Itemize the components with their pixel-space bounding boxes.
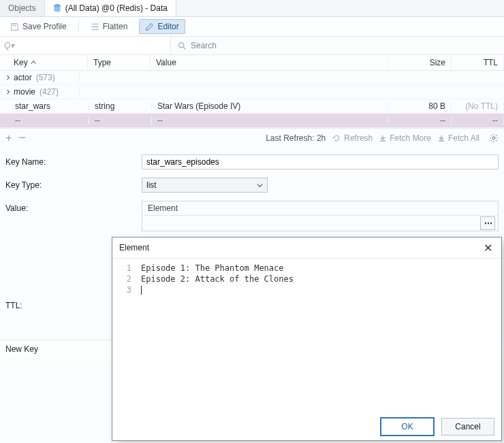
- tab-objects[interactable]: Objects: [0, 0, 45, 16]
- download-all-icon: [438, 135, 445, 142]
- refresh-icon: [332, 134, 341, 142]
- dialog-title-bar: Element ✕: [112, 237, 501, 258]
- column-value[interactable]: Value: [151, 55, 389, 70]
- refresh-button[interactable]: Refresh: [332, 133, 373, 143]
- row-type: --: [95, 116, 100, 125]
- grid-body: actor (573) movie (427) star_wars string…: [0, 71, 504, 128]
- search-icon: [178, 42, 187, 50]
- editor-label: Editor: [157, 22, 178, 31]
- search-bar: Search: [0, 37, 504, 55]
- new-key-button[interactable]: New Key: [5, 344, 38, 354]
- row-key: --: [15, 116, 20, 125]
- chevron-down-icon: [257, 182, 263, 188]
- add-row-button[interactable]: +: [5, 134, 12, 142]
- dialog-footer: OK Cancel: [112, 413, 501, 440]
- ok-button[interactable]: OK: [380, 417, 435, 436]
- row-value: --: [157, 116, 163, 125]
- element-editor-dialog: Element ✕ 1 2 3 Episode 1: The Phantom M…: [112, 237, 502, 441]
- editor-button[interactable]: Editor: [139, 19, 185, 34]
- key-type-label: Key Type:: [5, 178, 142, 190]
- row-ttl: --: [492, 116, 498, 125]
- row-type: string: [95, 101, 114, 111]
- fetch-all-button[interactable]: Fetch All: [438, 133, 479, 143]
- search-button[interactable]: Search: [171, 41, 223, 50]
- save-icon: [10, 22, 19, 31]
- flatten-button[interactable]: Flatten: [84, 19, 134, 34]
- row-key: movie: [14, 87, 35, 97]
- tab-data[interactable]: (All Data) @0 (Redis) - Data: [45, 0, 176, 16]
- sort-asc-icon: [31, 60, 36, 65]
- row-ttl: (No TTL): [465, 101, 498, 111]
- pencil-icon: [145, 22, 154, 31]
- column-size[interactable]: Size: [389, 55, 452, 70]
- last-refresh-label: Last Refresh: 2h: [266, 133, 326, 143]
- column-ttl[interactable]: TTL: [452, 55, 504, 70]
- close-icon[interactable]: ✕: [481, 242, 494, 255]
- cancel-button[interactable]: Cancel: [441, 418, 494, 436]
- toolbar: Save Profile Flatten Editor: [0, 17, 504, 37]
- open-element-editor-button[interactable]: ⋯: [480, 216, 495, 230]
- value-panel: Element ⋯: [142, 201, 499, 231]
- key-type-select[interactable]: list: [142, 178, 268, 193]
- svg-point-3: [179, 42, 184, 47]
- tab-bar: Objects (All Data) @0 (Redis) - Data: [0, 0, 504, 17]
- row-value: Star Wars (Episode IV): [157, 101, 240, 111]
- tab-data-label: (All Data) @0 (Redis) - Data: [65, 3, 168, 13]
- grid-header: Key Type Value Size TTL: [0, 55, 504, 71]
- table-row[interactable]: -- -- -- -- --: [0, 114, 504, 128]
- table-row[interactable]: star_wars string Star Wars (Episode IV) …: [0, 99, 504, 114]
- text-cursor: [141, 286, 142, 295]
- key-name-input[interactable]: [142, 154, 499, 169]
- value-column-header[interactable]: Element: [142, 201, 498, 216]
- tab-objects-label: Objects: [8, 3, 36, 13]
- filter-input[interactable]: [0, 37, 171, 54]
- row-key: star_wars: [15, 101, 50, 111]
- row-key: actor: [14, 73, 32, 82]
- main-window: Objects (All Data) @0 (Redis) - Data Sav…: [0, 0, 504, 443]
- svg-point-4: [492, 137, 495, 140]
- flatten-label: Flatten: [103, 22, 128, 31]
- value-label: Value:: [5, 201, 142, 213]
- chevron-right-icon: [5, 89, 11, 95]
- code-area[interactable]: Episode 1: The Phantom Menace Episode 2:…: [136, 259, 501, 413]
- column-type[interactable]: Type: [88, 55, 151, 70]
- key-type-value: list: [146, 180, 157, 190]
- flatten-icon: [91, 22, 99, 31]
- svg-rect-2: [13, 23, 16, 25]
- download-icon: [379, 135, 386, 142]
- gear-icon[interactable]: [489, 133, 499, 143]
- row-size: --: [440, 116, 445, 125]
- remove-row-button[interactable]: −: [18, 134, 26, 142]
- gutter: 1 2 3: [112, 259, 136, 413]
- row-count: (427): [40, 87, 59, 97]
- key-name-label: Key Name:: [5, 154, 142, 167]
- table-row[interactable]: actor (573): [0, 71, 504, 85]
- dialog-title: Element: [119, 243, 149, 252]
- database-icon: [53, 4, 61, 12]
- save-profile-label: Save Profile: [22, 22, 67, 31]
- grid-footer: + − Last Refresh: 2h Refresh Fetch More …: [0, 128, 504, 148]
- search-button-label: Search: [191, 41, 217, 50]
- table-row[interactable]: movie (427): [0, 85, 504, 99]
- toolbar-divider: [78, 20, 79, 33]
- save-profile-button[interactable]: Save Profile: [4, 19, 73, 34]
- row-size: 80 B: [428, 101, 445, 111]
- fetch-more-button[interactable]: Fetch More: [379, 133, 431, 143]
- row-count: (573): [36, 73, 55, 82]
- chevron-right-icon: [5, 75, 11, 80]
- code-editor[interactable]: 1 2 3 Episode 1: The Phantom Menace Epis…: [112, 258, 501, 413]
- column-key[interactable]: Key: [0, 55, 88, 70]
